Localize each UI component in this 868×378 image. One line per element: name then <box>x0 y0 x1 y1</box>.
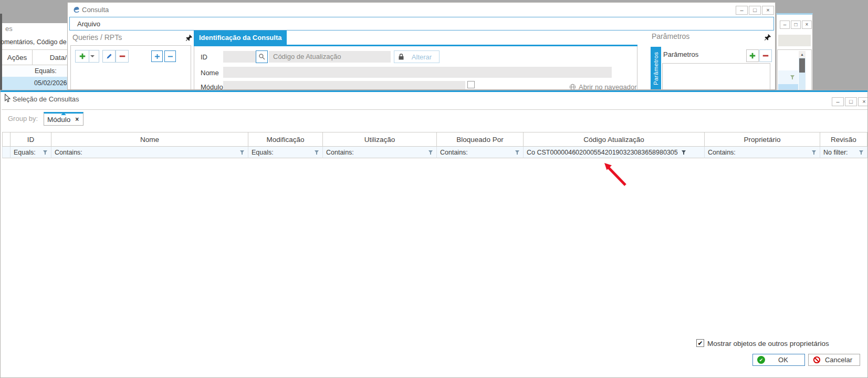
column-header-bloqueado-por[interactable]: Bloqueado Por <box>436 132 523 147</box>
scrollbar[interactable]: ▲ <box>799 51 806 90</box>
column-header-data[interactable]: Data/ <box>33 50 67 65</box>
abrir-navegador-label: Abrir no navegador <box>579 83 637 90</box>
right-background-window: – □ × ▲ <box>776 13 813 90</box>
window-controls: – □ × <box>779 21 812 29</box>
left-filter-row[interactable]: Equals: <box>2 66 67 77</box>
filter-cell-bloqueado-por[interactable]: Contains: <box>436 147 523 158</box>
maximize-button[interactable]: □ <box>845 97 857 106</box>
identificacao-content: ID Código de Atualização Alterar Nome Mó… <box>194 46 637 90</box>
left-filter-operator[interactable]: Equals: <box>35 67 57 75</box>
filter-cell-revisao[interactable]: No filter: <box>820 147 867 158</box>
collapse-minus-icon <box>168 54 173 59</box>
filter-funnel-icon[interactable] <box>314 150 319 155</box>
window-title: Consulta <box>82 6 109 14</box>
cancel-prohibition-icon <box>813 356 821 364</box>
column-header-nome[interactable]: Nome <box>51 132 248 147</box>
filter-funnel-icon[interactable] <box>811 150 817 155</box>
close-button[interactable]: × <box>762 6 774 15</box>
divider <box>2 109 867 110</box>
date-cell[interactable]: 05/02/2026 <box>34 79 67 87</box>
scroll-thumb[interactable] <box>799 58 805 73</box>
ok-label: OK <box>765 356 804 364</box>
tab-identificacao-da-consulta[interactable]: Identificação da Consulta <box>194 30 287 45</box>
chevron-down-icon <box>90 55 95 57</box>
delete-query-button[interactable] <box>116 50 129 63</box>
filter-funnel-icon[interactable] <box>859 150 864 155</box>
filter-cell-proprietario[interactable]: Contains: <box>704 147 820 158</box>
parametros-vertical-tab[interactable]: Parâmetros <box>651 47 661 90</box>
maximize-button[interactable]: □ <box>749 6 761 15</box>
column-header-revisao[interactable]: Revisão <box>820 132 867 147</box>
column-header-utilizacao[interactable]: Utilização <box>322 132 436 147</box>
red-arrow-annotation <box>598 160 632 189</box>
queries-toolbar-panel <box>70 45 191 90</box>
filter-row[interactable] <box>778 70 798 84</box>
add-query-dropdown[interactable] <box>89 55 96 57</box>
filter-cell-utilizacao[interactable]: Contains: <box>322 147 436 158</box>
consulta-window: Consulta – □ × Arquivo Queries / RPTs <box>67 2 776 90</box>
filter-funnel-icon[interactable] <box>239 150 245 155</box>
filter-cell-codigo-atualizacao[interactable]: Co CST0000046020005542019032308365898030… <box>523 147 704 158</box>
window-controls: – □ × <box>831 97 868 106</box>
minimize-button[interactable]: – <box>736 6 748 15</box>
filter-cell-modificacao[interactable]: Equals: <box>248 147 322 158</box>
minimize-button[interactable]: – <box>832 97 844 106</box>
column-header-id[interactable]: ID <box>10 132 51 147</box>
codigo-atualizacao-field[interactable]: Código de Atualização <box>269 51 391 63</box>
add-icon <box>749 52 756 59</box>
grid-panel: ▲ <box>777 49 812 90</box>
parametros-list[interactable] <box>662 63 770 90</box>
nome-field[interactable] <box>223 67 612 78</box>
add-query-button[interactable] <box>75 50 99 63</box>
pin-icon[interactable] <box>764 34 771 41</box>
column-header-acoes[interactable]: Ações <box>2 50 33 65</box>
column-header-proprietario[interactable]: Proprietário <box>704 132 820 147</box>
selecao-de-consultas-window: Seleção de Consultas – □ × Group by: Mód… <box>0 90 868 378</box>
desktop: es omentários, Código de atu Ações Data/… <box>0 0 868 378</box>
filter-cell-id[interactable]: Equals: <box>10 147 51 158</box>
id-input[interactable] <box>223 51 256 63</box>
filter-funnel-icon[interactable] <box>790 75 795 80</box>
cancel-label: Cancelar <box>821 356 860 364</box>
modulo-checkbox[interactable] <box>467 81 475 88</box>
filter-funnel-icon[interactable] <box>681 150 686 155</box>
alterar-button[interactable]: Alterar <box>394 50 440 63</box>
show-objects-checkbox[interactable]: ✔ <box>696 339 704 347</box>
menu-arquivo[interactable]: Arquivo <box>77 20 100 28</box>
parametros-panel-title: Parâmetros <box>652 32 689 40</box>
pin-icon[interactable] <box>185 34 193 42</box>
expand-all-button[interactable] <box>151 50 163 62</box>
minimize-button[interactable]: – <box>780 21 790 29</box>
filter-funnel-icon[interactable] <box>428 150 433 155</box>
globe-icon <box>569 84 576 90</box>
chip-remove-icon[interactable]: × <box>75 116 79 122</box>
column-header-modificacao[interactable]: Modificação <box>248 132 322 147</box>
cancel-button[interactable]: Cancelar <box>808 354 860 366</box>
filter-funnel-icon[interactable] <box>43 150 48 155</box>
filter-cell-nome[interactable]: Contains: <box>51 147 248 158</box>
collapse-all-button[interactable] <box>164 50 176 62</box>
column-header-codigo-atualizacao[interactable]: Código Atualização <box>523 132 704 147</box>
remove-parametro-button[interactable] <box>759 49 772 62</box>
edit-query-button[interactable] <box>102 50 116 63</box>
add-parametro-button[interactable] <box>746 49 759 62</box>
close-button[interactable]: × <box>802 21 812 29</box>
parametros-list-label: Parâmetros <box>663 50 698 58</box>
left-window-title: es <box>5 25 13 33</box>
minus-icon <box>119 53 126 60</box>
filter-funnel-icon[interactable] <box>515 150 520 155</box>
modulo-field[interactable] <box>223 81 465 90</box>
group-chip-modulo[interactable]: Módulo × <box>44 112 83 126</box>
sort-ascending-icon <box>61 113 66 115</box>
add-icon <box>79 53 86 60</box>
selected-date-row[interactable]: 05/02/2026 <box>2 77 67 90</box>
abrir-navegador-link[interactable]: Abrir no navegador <box>569 83 637 90</box>
ok-button[interactable]: ✔ OK <box>752 354 805 366</box>
search-button[interactable] <box>256 50 268 63</box>
close-button[interactable]: × <box>858 97 868 106</box>
id-label: ID <box>201 53 207 61</box>
maximize-button[interactable]: □ <box>791 21 801 29</box>
selected-row[interactable] <box>778 84 798 90</box>
scroll-up-icon[interactable]: ▲ <box>799 51 806 58</box>
group-by-label: Group by: <box>8 115 38 122</box>
